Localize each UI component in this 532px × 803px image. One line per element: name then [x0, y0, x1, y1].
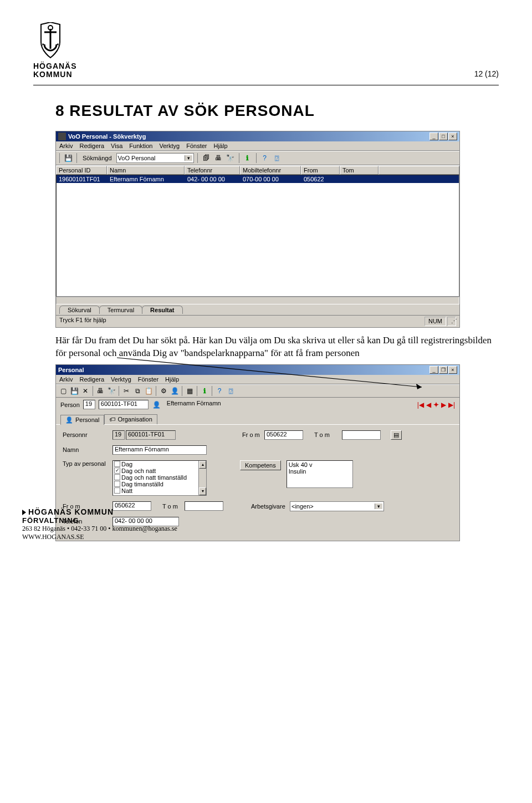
first-record-icon[interactable]: |◀	[417, 401, 424, 409]
menu2-fonster[interactable]: Fönster	[138, 376, 158, 383]
menu-bar-2[interactable]: Arkiv Redigera Verktyg Fönster Hjälp	[56, 375, 459, 384]
menu-visa[interactable]: Visa	[111, 143, 122, 149]
kompetens-item-0: Usk 40 v	[289, 461, 351, 468]
binoculars-icon[interactable]: 🔭	[106, 386, 116, 396]
col-from[interactable]: From	[301, 166, 340, 175]
person-selector-row: Person 19 600101-TF01 👤 Efternamn Förnam…	[56, 398, 459, 412]
prev-record-icon[interactable]: ◀	[426, 401, 431, 409]
menu2-redigera[interactable]: Redigera	[79, 376, 104, 383]
restore-button[interactable]: ❐	[439, 366, 448, 374]
whatsthis-icon[interactable]: ⍰	[226, 386, 236, 396]
typ-item[interactable]: Dag timanställd	[113, 481, 206, 487]
checkbox-icon[interactable]	[114, 461, 120, 467]
typ-item[interactable]: Dag och natt timanställd	[113, 474, 206, 481]
menu2-verktyg[interactable]: Verktyg	[111, 376, 131, 383]
info-icon[interactable]: ℹ	[200, 386, 209, 396]
checkbox-icon[interactable]	[114, 487, 120, 494]
namn-field[interactable]: Efternamn Förnamn	[112, 445, 207, 455]
listbox-scrollbar[interactable]: ▴ ▾	[198, 461, 206, 495]
tom-field[interactable]	[342, 430, 381, 440]
sokmangd-combo[interactable]: VoO Personal ▾	[116, 153, 194, 163]
last-record-icon[interactable]: ▶|	[448, 401, 455, 409]
menu-hjalp[interactable]: Hjälp	[213, 143, 227, 149]
resize-grip-icon[interactable]: ⋰	[447, 317, 456, 326]
from-field[interactable]: 050622	[264, 430, 303, 440]
col-mobiltelefonnr[interactable]: Mobiltelefonnr	[240, 166, 301, 175]
kompetens-button[interactable]: Kompetens	[240, 460, 281, 470]
close-button[interactable]: ×	[448, 133, 457, 140]
close-button[interactable]: ×	[448, 366, 457, 374]
help-icon[interactable]: ?	[260, 153, 270, 163]
tab-resultat[interactable]: Resultat	[142, 306, 182, 314]
grid-column-headers[interactable]: Personal ID Namn Telefonnr Mobiltelefonn…	[56, 165, 459, 175]
menu-arkiv[interactable]: Arkiv	[59, 143, 73, 149]
tom2-field[interactable]	[185, 501, 223, 511]
table-row-selected[interactable]: 19600101TF01 Efternamn Förnamn 042- 00 0…	[57, 175, 459, 183]
checkbox-icon[interactable]	[114, 481, 120, 487]
menu-fonster[interactable]: Fönster	[186, 143, 207, 149]
minimize-button[interactable]: _	[429, 366, 438, 374]
print-icon[interactable]: 🖶	[95, 386, 105, 396]
kompetens-listbox[interactable]: Usk 40 v Insulin	[287, 460, 353, 488]
screenshot-search-results: VoO Personal - Sökverktyg _ □ × Arkiv Re…	[55, 131, 460, 328]
typ-listbox[interactable]: Dag✓Dag och nattDag och natt timanställd…	[112, 460, 207, 496]
chevron-down-icon[interactable]: ▾	[375, 504, 382, 509]
tab-termurval[interactable]: Termurval	[99, 306, 142, 314]
copy-icon[interactable]: ⧉	[132, 386, 142, 396]
arbetsgivare-combo[interactable]: <ingen> ▾	[290, 501, 384, 511]
maximize-button[interactable]: □	[439, 133, 448, 140]
cell-tom	[340, 175, 379, 183]
calendar-icon[interactable]: ▦	[185, 386, 195, 396]
print-icon[interactable]: 🖶	[213, 153, 223, 163]
chevron-down-icon[interactable]: ▾	[185, 155, 192, 161]
tab-organisation[interactable]: 🏷 Organisation	[104, 414, 157, 424]
checkbox-icon[interactable]	[114, 474, 120, 480]
tab-personal[interactable]: 👤 Personal	[60, 415, 104, 425]
tool-icon[interactable]: ⚙	[158, 386, 168, 396]
horizontal-scrollbar[interactable]	[56, 297, 459, 304]
col-telefonnr[interactable]: Telefonnr	[185, 166, 240, 175]
col-personal-id[interactable]: Personal ID	[56, 166, 107, 175]
section-heading: 8 RESULTAT AV SÖK PERSONAL	[55, 102, 499, 120]
save-icon[interactable]: 💾	[63, 153, 73, 163]
print-preview-icon[interactable]: 🗐	[201, 153, 211, 163]
calendar-button[interactable]: ▤	[391, 430, 402, 440]
tab-sokurval[interactable]: Sökurval	[59, 306, 100, 314]
col-namn[interactable]: Namn	[107, 166, 185, 175]
window-titlebar[interactable]: VoO Personal - Sökverktyg _ □ ×	[56, 131, 459, 141]
person-icon[interactable]: 👤	[170, 386, 180, 396]
new-icon[interactable]: ▢	[58, 386, 68, 396]
scroll-down-icon[interactable]: ▾	[199, 487, 206, 495]
namn-label: Namn	[63, 446, 112, 453]
binoculars-icon[interactable]: 🔭	[226, 153, 236, 163]
results-grid[interactable]: 19600101TF01 Efternamn Förnamn 042- 00 0…	[56, 175, 459, 297]
col-tom[interactable]: Tom	[340, 166, 378, 175]
whatsthis-icon[interactable]: ⍰	[272, 153, 282, 163]
scroll-up-icon[interactable]: ▴	[199, 461, 206, 469]
new-record-icon[interactable]: ✦	[433, 401, 439, 409]
info-icon[interactable]: ℹ	[243, 153, 253, 163]
cut-icon[interactable]: ✂	[121, 386, 131, 396]
window2-titlebar[interactable]: Personal _ ❐ ×	[56, 365, 459, 375]
menu2-arkiv[interactable]: Arkiv	[59, 376, 73, 383]
lookup-person-icon[interactable]: 👤	[152, 400, 162, 410]
status-left: Tryck F1 för hjälp	[59, 317, 106, 326]
menu-funktion[interactable]: Funktion	[129, 143, 152, 149]
footer-website: WWW.HOGANAS.SE	[22, 533, 177, 541]
paste-icon[interactable]: 📋	[144, 386, 154, 396]
save-icon[interactable]: 💾	[69, 386, 79, 396]
menu-bar[interactable]: Arkiv Redigera Visa Funktion Verktyg Fön…	[56, 141, 459, 151]
typ-item[interactable]: Dag	[113, 461, 206, 467]
menu2-hjalp[interactable]: Hjälp	[165, 376, 179, 383]
menu-verktyg[interactable]: Verktyg	[160, 143, 180, 149]
person-number[interactable]: 600101-TF01	[99, 400, 149, 409]
next-record-icon[interactable]: ▶	[441, 401, 446, 409]
delete-icon[interactable]: ✕	[80, 386, 90, 396]
typ-item[interactable]: ✓Dag och natt	[113, 467, 206, 474]
checkbox-icon[interactable]: ✓	[114, 467, 120, 474]
typ-item[interactable]: Natt	[113, 487, 206, 494]
help-icon[interactable]: ?	[214, 386, 224, 396]
menu-redigera[interactable]: Redigera	[79, 143, 104, 149]
minimize-button[interactable]: _	[429, 133, 438, 140]
person-century[interactable]: 19	[83, 400, 95, 409]
